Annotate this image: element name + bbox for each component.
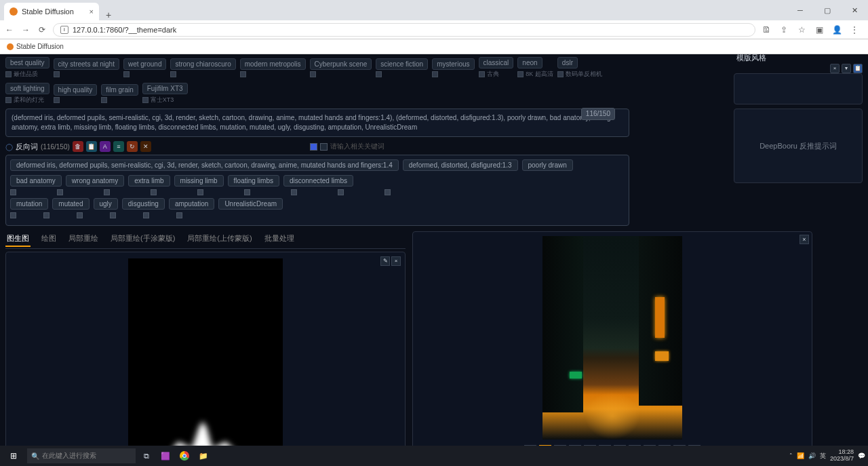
extensions-icon[interactable]: ▣: [814, 25, 825, 35]
tag[interactable]: film grain: [101, 84, 138, 96]
neg-tool-5[interactable]: ↻: [127, 141, 138, 152]
neg-tag[interactable]: disconnected limbs: [283, 175, 353, 187]
menu-icon[interactable]: ⋮: [849, 25, 860, 35]
canvas-edit-icon[interactable]: ✎: [380, 256, 390, 266]
tray-network-icon[interactable]: 📶: [797, 452, 804, 459]
style-apply-icon[interactable]: 📋: [853, 64, 863, 73]
neg-tag[interactable]: disgusting: [122, 198, 165, 210]
tag[interactable]: Cyberpunk scene: [310, 58, 372, 70]
output-image[interactable]: [542, 236, 682, 440]
tag[interactable]: wet ground: [123, 58, 166, 70]
canvas-clear-icon[interactable]: ×: [391, 256, 401, 266]
mode-tabs: 图生图 绘图 局部重绘 局部重绘(手涂蒙版) 局部重绘(上传蒙版) 批量处理: [5, 231, 406, 249]
neg-tag[interactable]: poorly drawn: [522, 159, 573, 171]
neg-tag[interactable]: extra limb: [128, 175, 170, 187]
deepbooru-label: DeepBooru 反推提示词: [760, 141, 837, 151]
window-close[interactable]: ✕: [841, 0, 868, 20]
tag[interactable]: neon: [517, 57, 542, 69]
tag[interactable]: high quality: [54, 84, 98, 96]
neg-tool-3[interactable]: A: [100, 141, 111, 152]
tag[interactable]: science fiction: [376, 58, 428, 70]
input-canvas[interactable]: ✎ ×: [5, 252, 406, 466]
output-close-icon[interactable]: ×: [800, 235, 809, 244]
site-info-icon[interactable]: i: [60, 26, 68, 34]
tray-ime[interactable]: 英: [820, 452, 826, 461]
bookmark-icon[interactable]: ☆: [796, 25, 807, 35]
translate-icon[interactable]: 🖻: [761, 25, 772, 35]
tag[interactable]: classical: [479, 57, 514, 69]
tag[interactable]: soft lighting: [5, 83, 50, 94]
style-dropdown-icon[interactable]: ▾: [842, 64, 851, 73]
neg-tool-4[interactable]: ≡: [113, 141, 124, 152]
share-icon[interactable]: ⇪: [778, 25, 789, 35]
tab-inpaint[interactable]: 局部重绘: [67, 231, 100, 247]
taskbar-chrome[interactable]: [176, 448, 193, 463]
neg-search-placeholder[interactable]: 请输入相关关键词: [330, 142, 384, 151]
neg-checkbox-1[interactable]: [310, 143, 317, 151]
tray-volume-icon[interactable]: 🔊: [808, 452, 816, 459]
style-preview-card[interactable]: [734, 73, 863, 104]
negative-tags-container: deformed iris, deformed pupils, semi-rea…: [5, 155, 629, 226]
style-panel-title: 模版风格: [736, 54, 766, 63]
browser-tab[interactable]: Stable Diffusion ×: [4, 3, 99, 20]
window-minimize[interactable]: ─: [787, 0, 814, 20]
tray-chevron-icon[interactable]: ˄: [789, 452, 793, 459]
tag[interactable]: best quality: [5, 57, 50, 69]
window-maximize[interactable]: ▢: [814, 0, 841, 20]
start-button[interactable]: ⊞: [3, 448, 24, 464]
forward-icon[interactable]: →: [20, 25, 31, 35]
taskbar-search[interactable]: 🔍 在此键入进行搜索: [27, 448, 136, 463]
tag[interactable]: city streets at night: [54, 58, 119, 70]
neg-tag[interactable]: UnrealisticDream: [218, 198, 283, 210]
tab-batch[interactable]: 批量处理: [263, 231, 296, 247]
neg-tag[interactable]: missing limb: [174, 175, 224, 187]
tray-notifications-icon[interactable]: 💬: [858, 452, 865, 459]
tag[interactable]: mysterious: [432, 58, 474, 70]
task-view-icon[interactable]: ⧉: [138, 448, 155, 463]
taskbar-clock[interactable]: 18:28 2023/8/7: [830, 449, 854, 463]
neg-tool-1[interactable]: 🗑: [73, 141, 83, 152]
neg-tool-2[interactable]: 📋: [86, 141, 97, 152]
address-bar: ← → ⟳ i 127.0.0.1:7860/?__theme=dark 🖻 ⇪…: [0, 20, 868, 39]
neg-tool-6[interactable]: ✕: [140, 141, 151, 152]
neg-checkbox-2[interactable]: [320, 143, 328, 151]
bookmarks-bar: Stable Diffusion: [0, 39, 868, 54]
neg-tag[interactable]: ugly: [94, 198, 118, 210]
chevron-down-icon[interactable]: ◯: [5, 143, 13, 151]
tag[interactable]: strong chiaroscuro: [170, 58, 235, 70]
neg-tag[interactable]: mutation: [10, 198, 48, 210]
back-icon[interactable]: ←: [4, 25, 15, 35]
tag[interactable]: dslr: [557, 57, 578, 69]
tab-close-icon[interactable]: ×: [90, 7, 94, 16]
tab-inpaint-sketch[interactable]: 局部重绘(手涂蒙版): [109, 231, 176, 247]
search-icon: 🔍: [31, 452, 39, 460]
tab-img2img[interactable]: 图生图: [5, 231, 31, 247]
neg-tag[interactable]: deformed, distorted, disfigured:1.3: [403, 159, 518, 171]
neg-tag[interactable]: deformed iris, deformed pupils, semi-rea…: [10, 159, 399, 171]
taskbar-explorer[interactable]: 📁: [195, 448, 212, 463]
url-field[interactable]: i 127.0.0.1:7860/?__theme=dark: [53, 23, 755, 37]
taskbar-app-1[interactable]: 🟪: [157, 448, 174, 463]
neg-tag[interactable]: floating limbs: [228, 175, 279, 187]
negative-prompt-textbox[interactable]: 116/150 (deformed iris, deformed pupils,…: [5, 109, 629, 137]
neg-tag[interactable]: bad anatomy: [10, 175, 62, 187]
tag[interactable]: Fujifilm XT3: [142, 83, 188, 94]
reload-icon[interactable]: ⟳: [37, 25, 47, 35]
negative-title: 反向词: [16, 142, 38, 152]
tag[interactable]: modern metropolis: [240, 58, 306, 70]
neg-tag[interactable]: mutated: [52, 198, 89, 210]
tab-inpaint-upload[interactable]: 局部重绘(上传蒙版): [186, 231, 253, 247]
style-close-icon[interactable]: ×: [830, 64, 840, 73]
url-text: 127.0.0.1:7860/?__theme=dark: [73, 26, 176, 34]
profile-icon[interactable]: 👤: [831, 25, 842, 35]
tab-sketch[interactable]: 绘图: [40, 231, 58, 247]
windows-taskbar: ⊞ 🔍 在此键入进行搜索 ⧉ 🟪 📁 ˄ 📶 🔊 英 18:28 2023/8/…: [0, 446, 868, 466]
neg-tag[interactable]: amputation: [169, 198, 214, 210]
app-root: best quality最佳品质 city streets at night w…: [0, 54, 868, 466]
new-tab-button[interactable]: +: [99, 9, 118, 20]
neg-tag[interactable]: wrong anatomy: [66, 175, 124, 187]
negative-prompt-text: (deformed iris, deformed pupils, semi-re…: [12, 114, 611, 131]
deepbooru-card[interactable]: DeepBooru 反推提示词: [734, 109, 863, 183]
tab-title: Stable Diffusion: [22, 7, 74, 16]
bookmark-link[interactable]: Stable Diffusion: [16, 43, 64, 50]
